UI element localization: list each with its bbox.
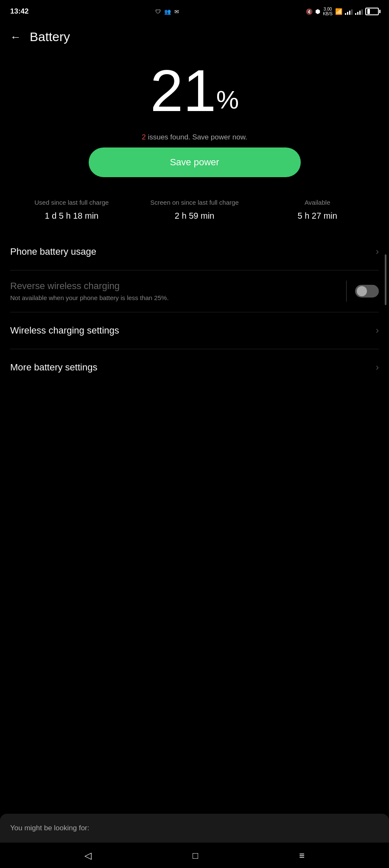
divider [346,281,347,302]
issues-text: 2 issues found. Save power now. [10,133,379,142]
issues-container: 2 issues found. Save power now. Save pow… [0,125,389,181]
scrollbar [385,254,386,305]
nav-home-button[interactable]: □ [184,847,207,865]
reverse-wireless-info: Reverse wireless charging Not available … [10,281,338,302]
page-title: Battery [30,30,70,44]
header: ← Battery [0,22,389,48]
menu-item-more-battery-settings[interactable]: More battery settings › [10,349,379,386]
signal-bars-1 [345,8,353,15]
nav-menu-button[interactable]: ≡ [291,847,313,865]
mute-icon: 🔇 [306,8,313,15]
mail-icon: ✉ [174,8,179,15]
battery-percentage-value: 21 [150,61,216,120]
stat-available-value: 5 h 27 min [256,211,379,221]
battery-percentage-container: 21% [0,48,389,125]
wifi-icon: 📶 [335,8,342,15]
chevron-right-icon-2: › [376,325,379,336]
nav-bar: ◁ □ ≡ [0,843,389,868]
menu-item-reverse-wireless: Reverse wireless charging Not available … [10,270,379,313]
back-button[interactable]: ← [10,31,21,44]
status-time: 13:42 [10,7,28,16]
stat-screen-on: Screen on since last full charge 2 h 59 … [133,198,256,221]
menu-item-phone-battery-label: Phone battery usage [10,246,96,257]
chevron-right-icon: › [376,246,379,257]
stats-row: Used since last full charge 1 d 5 h 18 m… [0,181,389,234]
bottom-card: You might be looking for: [0,814,389,843]
bottom-card-text: You might be looking for: [10,824,90,832]
issues-description: issues found. Save power now. [146,133,247,141]
toggle-knob [357,286,367,296]
stat-screen-label: Screen on since last full charge [133,198,256,207]
signal-bars-2 [355,8,363,15]
menu-section: Phone battery usage › Reverse wireless c… [0,234,389,386]
stat-used-label: Used since last full charge [10,198,133,207]
battery-percent-sign: % [216,86,239,114]
stat-available-label: Available [256,198,379,207]
nav-back-button[interactable]: ◁ [76,847,100,865]
network-speed: 3.00KB/S [323,7,333,16]
menu-item-wireless-charging-settings[interactable]: Wireless charging settings › [10,312,379,349]
bluetooth-icon: ⬢ [315,8,320,15]
teams-icon: 👥 [164,8,171,15]
chevron-right-icon-3: › [376,362,379,373]
menu-item-phone-battery-usage[interactable]: Phone battery usage › [10,234,379,270]
notification-icon: 🛡 [155,8,161,15]
stat-used-value: 1 d 5 h 18 min [10,211,133,221]
stat-used-since-charge: Used since last full charge 1 d 5 h 18 m… [10,198,133,221]
status-bar: 13:42 🛡 👥 ✉ 🔇 ⬢ 3.00KB/S 📶 [0,0,389,22]
menu-item-more-battery-label: More battery settings [10,362,97,373]
save-power-button[interactable]: Save power [89,147,301,177]
stat-screen-value: 2 h 59 min [133,211,256,221]
reverse-wireless-label: Reverse wireless charging [10,281,338,292]
battery-status-icon [365,8,379,15]
status-icons-right: 🔇 ⬢ 3.00KB/S 📶 [306,7,379,16]
reverse-wireless-sublabel: Not available when your phone battery is… [10,294,180,302]
reverse-wireless-toggle[interactable] [355,285,379,298]
stat-available: Available 5 h 27 min [256,198,379,221]
menu-item-wireless-charging-label: Wireless charging settings [10,325,119,336]
status-left-icons: 🛡 👥 ✉ [155,8,179,15]
issues-count: 2 [142,133,146,141]
